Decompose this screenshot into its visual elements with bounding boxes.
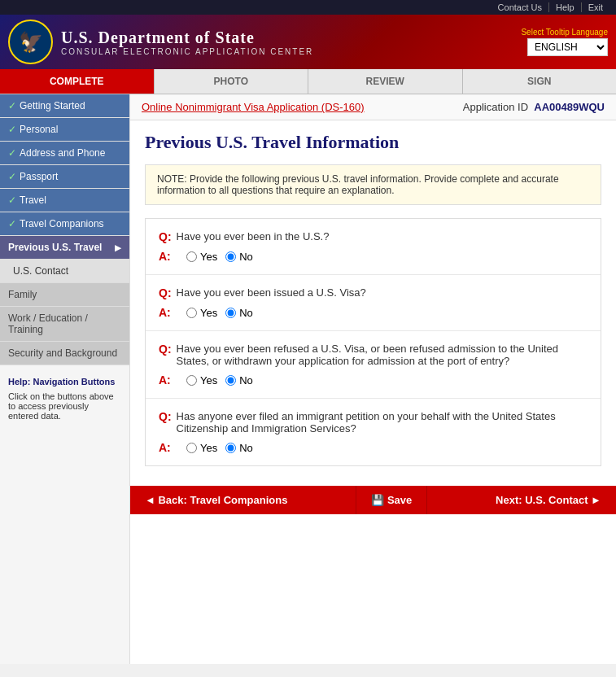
check-icon: ✓: [8, 100, 16, 111]
question-3: Q: Have you ever been refused a U.S. Vis…: [159, 343, 588, 367]
progress-photo[interactable]: PHOTO: [155, 69, 309, 94]
app-id: Application ID AA00489WQU: [463, 101, 605, 113]
help-link[interactable]: Help: [549, 2, 582, 12]
us-seal: 🦅: [8, 20, 53, 64]
yes-option-1[interactable]: Yes: [186, 251, 217, 263]
question-1: Q: Have you ever been in the U.S.?: [159, 230, 588, 243]
content-area: Previous U.S. Travel Information NOTE: P…: [130, 120, 616, 478]
footer-bar: ◄ Back: Travel Companions 💾 Save Next: U…: [130, 486, 616, 514]
no-option-3[interactable]: No: [225, 374, 253, 387]
no-option-4[interactable]: No: [225, 442, 253, 454]
progress-sign[interactable]: SIGN: [463, 69, 617, 94]
sidebar-item-getting-started[interactable]: ✓ Getting Started: [0, 94, 129, 118]
tooltip-label: Select Tooltip Language: [521, 28, 608, 37]
sidebar-label: Travel Companions: [20, 218, 104, 229]
yes-label: Yes: [200, 251, 217, 263]
question-text: Have you ever been in the U.S.?: [177, 230, 330, 243]
page-container: ✓ Getting Started ✓ Personal ✓ Address a…: [0, 94, 616, 664]
check-icon: ✓: [8, 218, 16, 229]
site-header: 🦅 U.S. Department of State CONSULAR ELEC…: [0, 15, 616, 69]
sidebar-label: Security and Background: [8, 347, 117, 359]
page-heading: Previous U.S. Travel Information: [145, 132, 601, 153]
arrow-right-icon: ▶: [115, 243, 121, 252]
yes-label: Yes: [200, 442, 217, 454]
sidebar-item-travel-companions[interactable]: ✓ Travel Companions: [0, 212, 129, 236]
save-button[interactable]: 💾 Save: [356, 486, 427, 514]
check-icon: ✓: [8, 171, 16, 182]
note-box: NOTE: Provide the following previous U.S…: [145, 164, 601, 205]
qa-item-2: Q: Have you ever been issued a U.S. Visa…: [146, 275, 601, 331]
seal-icon: 🦅: [19, 31, 43, 54]
no-radio-2[interactable]: [225, 308, 236, 318]
yes-option-4[interactable]: Yes: [186, 442, 217, 454]
yes-radio-3[interactable]: [186, 375, 197, 386]
help-box: Help: Navigation Buttons Click on the bu…: [0, 369, 129, 429]
language-select[interactable]: ENGLISH: [527, 38, 608, 56]
sidebar-label: Previous U.S. Travel: [8, 242, 102, 253]
yes-option-3[interactable]: Yes: [186, 374, 217, 387]
note-text: NOTE: Provide the following previous U.S…: [157, 173, 559, 196]
sidebar-item-previous-us-travel[interactable]: Previous U.S. Travel ▶: [0, 236, 129, 260]
no-option-1[interactable]: No: [225, 251, 253, 263]
no-radio-4[interactable]: [225, 443, 236, 453]
check-icon: ✓: [8, 124, 16, 135]
yes-label: Yes: [200, 374, 217, 387]
question-4: Q: Has anyone ever filed an immigrant pe…: [159, 410, 588, 435]
q-label: Q:: [159, 410, 172, 435]
dept-name: U.S. Department of State: [61, 28, 313, 47]
no-option-2[interactable]: No: [225, 307, 253, 319]
sidebar-item-us-contact[interactable]: U.S. Contact: [0, 260, 129, 283]
sidebar-item-security[interactable]: Security and Background: [0, 342, 129, 365]
exit-link[interactable]: Exit: [582, 2, 609, 12]
radio-group-3: Yes No: [186, 374, 253, 387]
main-content: Online Nonimmigrant Visa Application (DS…: [130, 94, 616, 664]
sidebar-label: U.S. Contact: [13, 265, 68, 277]
help-text: Click on the buttons above to access pre…: [8, 391, 121, 421]
sidebar-label: Getting Started: [20, 100, 85, 111]
app-id-value: AA00489WQU: [534, 101, 605, 113]
top-bar: Contact Us Help Exit: [0, 0, 616, 15]
sidebar-item-personal[interactable]: ✓ Personal: [0, 118, 129, 142]
answer-3: A: Yes No: [159, 373, 588, 387]
header-title: U.S. Department of State CONSULAR ELECTR…: [61, 28, 313, 56]
sidebar-item-work-education[interactable]: Work / Education / Training: [0, 307, 129, 342]
header-right: Select Tooltip Language ENGLISH: [521, 28, 608, 56]
a-label: A:: [159, 441, 175, 454]
contact-us-link[interactable]: Contact Us: [491, 2, 549, 12]
qa-section: Q: Have you ever been in the U.S.? A: Ye…: [145, 218, 601, 466]
sidebar-label: Travel: [20, 194, 46, 206]
progress-complete[interactable]: COMPLETE: [0, 69, 155, 94]
question-text: Have you ever been issued a U.S. Visa?: [177, 286, 366, 299]
yes-radio-4[interactable]: [186, 443, 197, 453]
sidebar-item-family[interactable]: Family: [0, 283, 129, 307]
yes-radio-1[interactable]: [186, 251, 197, 262]
sidebar: ✓ Getting Started ✓ Personal ✓ Address a…: [0, 94, 130, 664]
no-label: No: [239, 442, 253, 454]
qa-item-1: Q: Have you ever been in the U.S.? A: Ye…: [146, 219, 601, 275]
progress-review[interactable]: REVIEW: [308, 69, 463, 94]
radio-group-2: Yes No: [186, 307, 253, 319]
yes-label: Yes: [200, 307, 217, 319]
a-label: A:: [159, 250, 175, 263]
question-text: Have you ever been refused a U.S. Visa, …: [177, 343, 588, 367]
yes-radio-2[interactable]: [186, 308, 197, 318]
sidebar-item-travel[interactable]: ✓ Travel: [0, 189, 129, 212]
answer-2: A: Yes No: [159, 306, 588, 319]
qa-item-4: Q: Has anyone ever filed an immigrant pe…: [146, 399, 601, 465]
no-radio-3[interactable]: [225, 375, 236, 386]
yes-option-2[interactable]: Yes: [186, 307, 217, 319]
app-title: Online Nonimmigrant Visa Application (DS…: [142, 101, 365, 113]
app-id-label: Application ID: [463, 101, 528, 113]
back-button[interactable]: ◄ Back: Travel Companions: [130, 486, 302, 514]
next-button[interactable]: Next: U.S. Contact ►: [481, 486, 616, 514]
app-header: Online Nonimmigrant Visa Application (DS…: [130, 94, 616, 120]
dept-subtitle: CONSULAR ELECTRONIC APPLICATION CENTER: [61, 47, 313, 56]
no-label: No: [239, 251, 253, 263]
no-radio-1[interactable]: [225, 251, 236, 262]
question-2: Q: Have you ever been issued a U.S. Visa…: [159, 286, 588, 299]
sidebar-item-address[interactable]: ✓ Address and Phone: [0, 142, 129, 165]
sidebar-label: Passport: [20, 171, 58, 182]
sidebar-label: Address and Phone: [20, 147, 105, 159]
q-label: Q:: [159, 230, 172, 243]
sidebar-item-passport[interactable]: ✓ Passport: [0, 165, 129, 189]
